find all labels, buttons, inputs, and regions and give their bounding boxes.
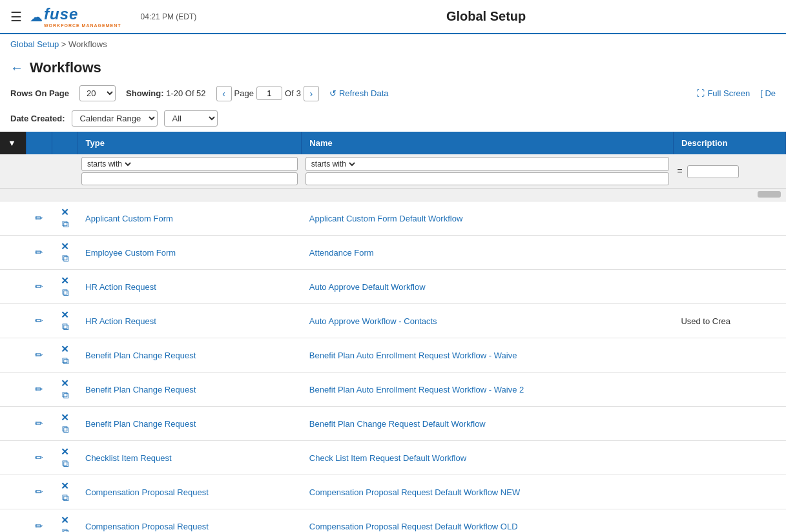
page-title-area: ← Workflows [0, 54, 786, 79]
rows-per-page-select[interactable]: 20 50 100 [79, 85, 116, 101]
col-copy [52, 132, 78, 154]
row-type: Employee Custom Form [78, 236, 302, 270]
row-desc [673, 475, 785, 509]
row-check [0, 373, 26, 407]
delete-icon[interactable]: ✕ [61, 241, 69, 252]
row-name: Auto Approve Default Workflow [302, 270, 674, 304]
row-name: Check List Item Request Default Workflow [302, 441, 674, 475]
row-name: Attendance Form [302, 236, 674, 270]
name-filter-input[interactable] [305, 172, 670, 185]
row-edit[interactable]: ✏ [26, 338, 52, 373]
copy-icon[interactable]: ⧉ [62, 321, 69, 332]
row-edit[interactable]: ✏ [26, 407, 52, 441]
table-row: ✏ ✕ ⧉ Checklist Item Request Check List … [0, 441, 786, 475]
back-button[interactable]: ← [10, 61, 23, 76]
row-edit[interactable]: ✏ [26, 236, 52, 270]
row-check [0, 270, 26, 304]
row-type: Benefit Plan Change Request [78, 407, 302, 441]
desc-filter-input[interactable] [687, 165, 739, 178]
row-edit[interactable]: ✏ [26, 475, 52, 509]
type-filter-input[interactable] [81, 172, 298, 185]
row-delete-copy: ✕ ⧉ [52, 475, 78, 509]
edit-icon[interactable]: ✏ [35, 315, 43, 326]
row-check [0, 304, 26, 338]
fullscreen-button[interactable]: ⛶ Full Screen [696, 88, 750, 98]
row-check [0, 475, 26, 509]
delete-icon[interactable]: ✕ [61, 480, 69, 491]
date-range-select[interactable]: Calendar Range Today This Week [72, 110, 158, 127]
col-edit [26, 132, 52, 154]
edit-icon[interactable]: ✏ [35, 349, 43, 360]
type-filter-dropdown[interactable]: starts with contains equals [81, 157, 298, 171]
row-delete-copy: ✕ ⧉ [52, 441, 78, 475]
filter-action-cell [26, 154, 52, 189]
copy-icon[interactable]: ⧉ [62, 218, 69, 229]
copy-icon[interactable]: ⧉ [62, 252, 69, 263]
refresh-data-button[interactable]: ↺ Refresh Data [329, 88, 389, 98]
delete-icon[interactable]: ✕ [61, 412, 69, 423]
copy-icon[interactable]: ⧉ [62, 287, 69, 298]
refresh-label: Refresh Data [339, 88, 389, 98]
edit-icon[interactable]: ✏ [35, 520, 43, 531]
copy-icon[interactable]: ⧉ [62, 492, 69, 503]
copy-icon[interactable]: ⧉ [62, 389, 69, 400]
edit-icon[interactable]: ✏ [35, 486, 43, 497]
row-desc [673, 373, 785, 407]
row-edit[interactable]: ✏ [26, 304, 52, 338]
row-desc [673, 441, 785, 475]
breadcrumb-current: Workflows [68, 39, 107, 49]
table-row: ✏ ✕ ⧉ Applicant Custom Form Applicant Cu… [0, 201, 786, 236]
workflows-table-container: ▼ Type Name Description starts with [0, 132, 786, 532]
row-check [0, 338, 26, 373]
row-desc: Used to Crea [673, 304, 785, 338]
delete-icon[interactable]: ✕ [61, 309, 69, 320]
row-type: Compensation Proposal Request [78, 475, 302, 509]
row-desc [673, 201, 785, 236]
edit-icon[interactable]: ✏ [35, 212, 43, 223]
filter-desc-cell: = [673, 154, 785, 189]
logo-fuse-text: fuse [44, 5, 121, 23]
menu-icon[interactable]: ☰ [10, 9, 22, 25]
row-edit[interactable]: ✏ [26, 201, 52, 236]
app-header: ☰ ☁ fuse WORKFORCE MANAGEMENT 04:21 PM (… [0, 0, 786, 34]
col-type: Type [78, 132, 302, 154]
edit-icon[interactable]: ✏ [35, 281, 43, 292]
scroll-handle[interactable] [758, 191, 781, 198]
edit-icon[interactable]: ✏ [35, 384, 43, 394]
delete-icon[interactable]: ✕ [61, 446, 69, 457]
next-page-button[interactable]: › [304, 86, 319, 101]
row-name: Benefit Plan Auto Enrollment Request Wor… [302, 373, 674, 407]
type-filter-select[interactable]: starts with contains equals [85, 159, 133, 169]
row-check [0, 201, 26, 236]
filter-copy-cell [52, 154, 78, 189]
edit-icon[interactable]: ✏ [35, 247, 43, 258]
delete-icon[interactable]: ✕ [61, 207, 69, 218]
row-delete-copy: ✕ ⧉ [52, 509, 78, 533]
copy-icon[interactable]: ⧉ [62, 424, 69, 435]
name-filter-dropdown[interactable]: starts with contains equals [305, 157, 670, 171]
row-edit[interactable]: ✏ [26, 270, 52, 304]
delete-icon[interactable]: ✕ [61, 378, 69, 389]
delete-icon[interactable]: ✕ [61, 515, 69, 526]
desc-filter-operator: = [677, 166, 682, 176]
copy-icon[interactable]: ⧉ [62, 355, 69, 366]
delete-icon[interactable]: ✕ [61, 343, 69, 354]
pagination: ‹ Page Of 3 › [216, 86, 319, 101]
delete-icon[interactable]: ✕ [61, 275, 69, 286]
name-filter-select[interactable]: starts with contains equals [309, 159, 357, 169]
page-input[interactable] [256, 87, 282, 100]
edit-icon[interactable]: ✏ [35, 452, 43, 463]
all-filter-select[interactable]: All Active Inactive [164, 110, 218, 127]
edit-icon[interactable]: ✏ [35, 418, 43, 429]
showing-range: 1-20 Of 52 [166, 88, 205, 98]
copy-icon[interactable]: ⧉ [62, 458, 69, 469]
breadcrumb-root[interactable]: Global Setup [10, 39, 59, 49]
row-edit[interactable]: ✏ [26, 441, 52, 475]
row-edit[interactable]: ✏ [26, 509, 52, 533]
row-delete-copy: ✕ ⧉ [52, 407, 78, 441]
copy-icon[interactable]: ⧉ [62, 526, 69, 532]
prev-page-button[interactable]: ‹ [216, 86, 232, 101]
de-button[interactable]: [ De [760, 88, 776, 98]
col-check: ▼ [0, 132, 26, 154]
row-edit[interactable]: ✏ [26, 373, 52, 407]
